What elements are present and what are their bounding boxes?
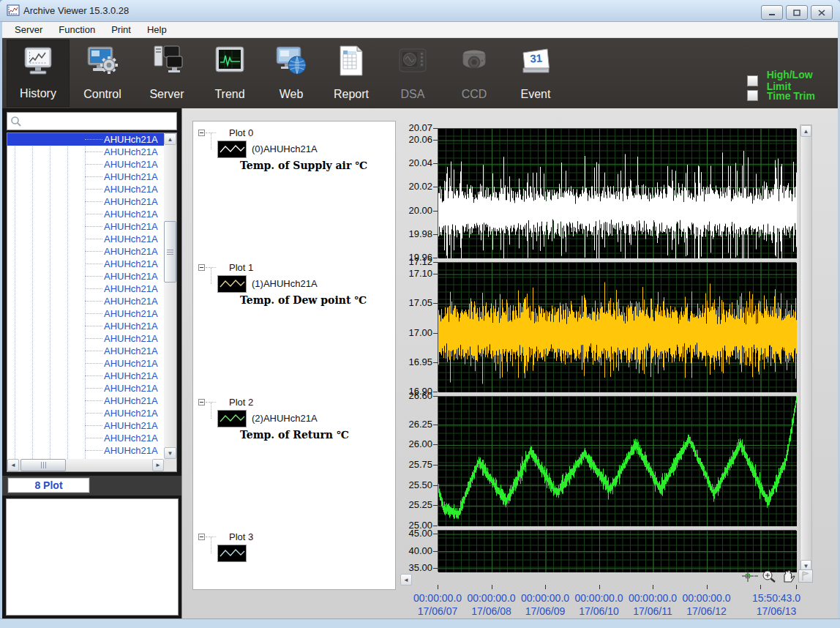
chart-plot-3[interactable] <box>438 530 796 572</box>
tree-item[interactable]: AHUHch21A <box>7 183 164 195</box>
y-axis-tick-label: 35.00 <box>393 562 432 573</box>
toolbar-history-button[interactable]: History <box>7 40 70 107</box>
toolbar-report-button[interactable]: Report <box>320 40 383 107</box>
time-trim-label: Time Trim <box>767 90 815 102</box>
tree-item[interactable]: AHUHch21A <box>7 295 164 307</box>
scroll-left-arrow[interactable]: ◄ <box>7 459 19 471</box>
tree-item[interactable]: AHUHch21A <box>7 370 164 382</box>
collapse-toggle-icon[interactable] <box>198 534 205 540</box>
search-box <box>7 112 177 130</box>
plot-count-button[interactable]: 8 Plot <box>7 477 90 493</box>
y-axis-tick-label: 20.02 <box>393 181 432 192</box>
tree-item[interactable]: AHUHch21A <box>7 133 164 146</box>
tree-item[interactable]: AHUHch21A <box>7 146 164 158</box>
plot-name-label[interactable]: Plot 2 <box>229 397 253 408</box>
scroll-thumb[interactable] <box>20 459 66 471</box>
graph-vertical-scrollbar[interactable]: ▲ ▼ <box>800 124 812 572</box>
tree-item[interactable]: AHUHch21A <box>7 195 164 208</box>
tree-branch-line <box>85 189 102 190</box>
menu-print[interactable]: Print <box>103 23 139 37</box>
menu-function[interactable]: Function <box>50 23 103 37</box>
scroll-down-arrow[interactable]: ▼ <box>164 447 176 459</box>
menu-help[interactable]: Help <box>139 23 175 37</box>
time-scroll-left-arrow[interactable]: ◄ <box>400 574 412 586</box>
plot-name-label[interactable]: Plot 3 <box>229 531 253 542</box>
tree-item[interactable]: AHUHch21A <box>7 345 164 357</box>
toolbar-web-button[interactable]: Web <box>260 40 323 107</box>
maximize-button[interactable] <box>786 5 808 20</box>
tree-item[interactable]: AHUHch21A <box>7 208 164 220</box>
zoom-tool-icon[interactable] <box>760 569 778 583</box>
chart-plot-2[interactable] <box>438 396 796 526</box>
chart-plot-0[interactable] <box>438 128 796 258</box>
scroll-right-arrow[interactable]: ► <box>152 459 164 471</box>
tree-item-label: AHUHch21A <box>104 209 158 220</box>
tree-item[interactable]: AHUHch21A <box>7 407 164 419</box>
plot-legend-panel: Plot 0(0)AHUHch21ATemp. of Supply air ℃P… <box>192 121 396 590</box>
y-axis-tick-mark <box>433 505 438 506</box>
tree-item[interactable]: AHUHch21A <box>7 233 164 245</box>
plot-name-label[interactable]: Plot 1 <box>229 262 253 273</box>
time-trim-checkbox[interactable] <box>747 90 758 101</box>
plot-name-label[interactable]: Plot 0 <box>229 127 253 138</box>
tree-item[interactable]: AHUHch21A <box>7 258 164 270</box>
tree-branch-line <box>85 176 102 177</box>
tree-item[interactable]: AHUHch21A <box>7 270 164 283</box>
high-low-limit-checkbox[interactable] <box>747 75 758 86</box>
toolbar-event-button[interactable]: 31Event <box>504 40 567 107</box>
tree-item[interactable]: AHUHch21A <box>7 220 164 233</box>
tree-item[interactable]: AHUHch21A <box>7 444 164 457</box>
list-horizontal-scrollbar[interactable]: ◄ ► <box>7 459 164 471</box>
tree-item-label: AHUHch21A <box>104 370 158 381</box>
tree-item[interactable]: AHUHch21A <box>7 320 164 332</box>
plot-trace-thumbnail[interactable] <box>217 410 247 427</box>
annotation-tool-icon[interactable] <box>798 569 813 583</box>
toolbar-label: Server <box>135 88 198 101</box>
menu-server[interactable]: Server <box>7 23 50 37</box>
tree-item[interactable]: AHUHch21A <box>7 171 164 183</box>
toolbar-trend-button[interactable]: Trend <box>198 40 261 107</box>
search-input[interactable] <box>25 114 174 128</box>
scroll-up-arrow[interactable]: ▲ <box>164 133 176 145</box>
toolbar-server-button[interactable]: Server <box>135 40 198 107</box>
tree-item[interactable]: AHUHch21A <box>7 395 164 407</box>
cursor-tool-icon[interactable] <box>741 569 759 583</box>
scroll-thumb[interactable] <box>164 221 176 283</box>
close-button[interactable] <box>811 5 833 20</box>
report-icon <box>334 43 369 78</box>
plot-trace-thumbnail[interactable] <box>217 275 247 293</box>
tree-item[interactable]: AHUHch21A <box>7 419 164 432</box>
plot-count-bar: 8 Plot <box>2 476 181 496</box>
plot-trace-thumbnail[interactable] <box>217 545 247 562</box>
scroll-up-arrow[interactable]: ▲ <box>800 125 811 137</box>
y-axis-tick-mark <box>433 262 438 263</box>
plot-channel-label[interactable]: (1)AHUHch21A <box>252 278 318 289</box>
tree-branch-line <box>85 301 102 302</box>
tree-item[interactable]: AHUHch21A <box>7 158 164 171</box>
tree-item[interactable]: AHUHch21A <box>7 307 164 320</box>
plot-trace-thumbnail[interactable] <box>217 141 247 158</box>
collapse-toggle-icon[interactable] <box>198 264 205 271</box>
tree-item[interactable]: AHUHch21A <box>7 245 164 258</box>
toolbar-control-button[interactable]: Control <box>71 40 134 107</box>
plot-channel-label[interactable]: (2)AHUHch21A <box>252 413 318 424</box>
tree-item[interactable]: AHUHch21A <box>7 357 164 370</box>
chart-plot-1[interactable] <box>438 262 796 392</box>
y-axis-tick-label: 17.00 <box>393 327 432 338</box>
tree-item[interactable]: AHUHch21A <box>7 332 164 345</box>
search-icon <box>10 116 22 130</box>
time-axis-tick <box>545 585 546 589</box>
tree-item-label: AHUHch21A <box>104 433 158 444</box>
tree-item[interactable]: AHUHch21A <box>7 382 164 395</box>
tree-item[interactable]: AHUHch21A <box>7 283 164 295</box>
collapse-toggle-icon[interactable] <box>198 130 205 136</box>
history-icon <box>20 44 56 79</box>
list-vertical-scrollbar[interactable]: ▲ ▼ <box>164 133 176 459</box>
pan-tool-icon[interactable] <box>779 569 797 583</box>
title-bar[interactable]: Archive Viewer 15.3.0.28 <box>0 0 840 22</box>
toolbar-label: Report <box>320 88 383 101</box>
tree-item[interactable]: AHUHch21A <box>7 432 164 444</box>
collapse-toggle-icon[interactable] <box>198 399 205 405</box>
plot-channel-label[interactable]: (0)AHUHch21A <box>252 143 318 154</box>
minimize-button[interactable] <box>761 5 783 20</box>
